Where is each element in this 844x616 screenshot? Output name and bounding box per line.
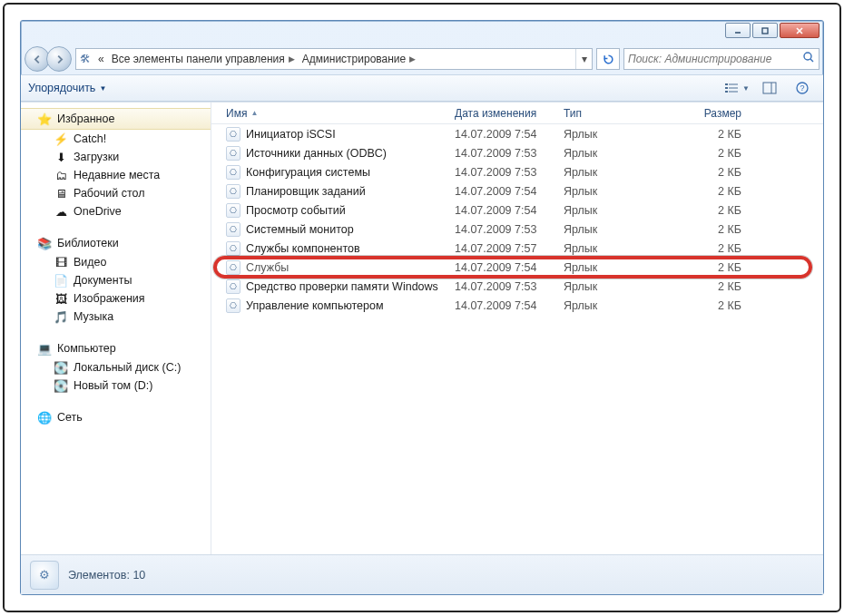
computer-icon: 💻: [37, 341, 52, 356]
sidebar-item-label: Изображения: [74, 292, 145, 305]
shortcut-icon: ⎔: [226, 298, 240, 313]
shortcut-icon: ⎔: [226, 203, 240, 218]
file-type: Ярлык: [558, 147, 665, 160]
nav-forward-button[interactable]: [46, 46, 72, 72]
organize-label: Упорядочить: [28, 82, 95, 94]
column-header-date[interactable]: Дата изменения: [449, 107, 558, 120]
file-size: 2 КБ: [665, 242, 747, 255]
svg-rect-6: [725, 83, 728, 85]
preview-pane-button[interactable]: [756, 78, 783, 98]
file-date: 14.07.2009 7:53: [449, 223, 558, 236]
file-date: 14.07.2009 7:54: [449, 261, 558, 274]
item-icon: 🎵: [54, 309, 68, 324]
sidebar-computer-header[interactable]: 💻Компьютер: [21, 338, 211, 358]
search-input[interactable]: [628, 53, 802, 65]
sidebar-network-header[interactable]: 🌐Сеть: [21, 407, 211, 427]
sidebar-item-label: Новый том (D:): [74, 379, 153, 392]
file-date: 14.07.2009 7:57: [449, 242, 558, 255]
file-type: Ярлык: [558, 299, 665, 312]
file-row[interactable]: ⎔Системный монитор14.07.2009 7:53Ярлык2 …: [211, 220, 823, 239]
item-icon: 🎞: [54, 255, 68, 269]
file-name: Службы компонентов: [246, 242, 360, 255]
help-button[interactable]: ?: [789, 78, 816, 98]
sort-ascending-icon: ▲: [250, 109, 258, 117]
column-header-name[interactable]: Имя▲: [221, 107, 449, 120]
network-icon: 🌐: [37, 410, 52, 425]
sidebar-item-computer-1[interactable]: 💽Новый том (D:): [21, 376, 211, 395]
close-button[interactable]: [780, 23, 819, 38]
file-type: Ярлык: [558, 204, 665, 217]
star-icon: ⭐: [37, 112, 52, 126]
sidebar-item-favorites-0[interactable]: ⚡Catch!: [21, 130, 211, 148]
file-name: Просмотр событий: [246, 204, 346, 217]
file-row[interactable]: ⎔Просмотр событий14.07.2009 7:54Ярлык2 К…: [211, 200, 823, 220]
file-date: 14.07.2009 7:53: [449, 280, 558, 293]
breadcrumb-part-2[interactable]: Администрирование▶: [299, 49, 419, 69]
sidebar-item-favorites-3[interactable]: 🖥Рабочий стол: [21, 184, 211, 202]
svg-rect-12: [763, 83, 776, 93]
file-row[interactable]: ⎔Планировщик заданий14.07.2009 7:54Ярлык…: [211, 181, 823, 200]
svg-rect-9: [729, 87, 738, 89]
file-size: 2 КБ: [665, 261, 747, 274]
file-row[interactable]: ⎔Управление компьютером14.07.2009 7:54Яр…: [211, 296, 823, 315]
file-size: 2 КБ: [665, 166, 747, 179]
file-date: 14.07.2009 7:54: [449, 204, 558, 217]
file-size: 2 КБ: [665, 204, 747, 217]
file-type: Ярлык: [558, 223, 665, 236]
nav-bar: 🛠 « Все элементы панели управления▶ Адми…: [21, 44, 823, 74]
address-bar[interactable]: 🛠 « Все элементы панели управления▶ Адми…: [75, 48, 593, 70]
file-date: 14.07.2009 7:54: [449, 128, 558, 141]
item-icon: ☁: [54, 204, 68, 219]
file-row[interactable]: ⎔Инициатор iSCSI14.07.2009 7:54Ярлык2 КБ: [211, 124, 823, 143]
shortcut-icon: ⎔: [226, 279, 240, 294]
sidebar-favorites-header[interactable]: ⭐Избранное: [21, 108, 211, 130]
chevron-right-icon: ▶: [409, 54, 416, 64]
file-row[interactable]: ⎔Источники данных (ODBC)14.07.2009 7:53Я…: [211, 143, 823, 162]
address-dropdown-button[interactable]: ▾: [575, 49, 592, 69]
refresh-button[interactable]: [596, 48, 620, 70]
sidebar-item-computer-0[interactable]: 💽Локальный диск (C:): [21, 358, 211, 376]
sidebar-item-favorites-1[interactable]: ⬇Загрузки: [21, 148, 211, 166]
search-box[interactable]: [623, 48, 819, 70]
column-header-type[interactable]: Тип: [558, 107, 665, 120]
sidebar-item-favorites-2[interactable]: 🗂Недавние места: [21, 166, 211, 184]
svg-rect-8: [725, 87, 728, 89]
sidebar-item-label: Локальный диск (C:): [74, 361, 181, 374]
file-size: 2 КБ: [665, 299, 747, 312]
organize-menu[interactable]: Упорядочить ▼: [28, 82, 106, 94]
maximize-button[interactable]: [752, 23, 778, 38]
svg-rect-7: [729, 83, 738, 85]
sidebar-item-libraries-0[interactable]: 🎞Видео: [21, 253, 211, 271]
svg-rect-11: [729, 91, 738, 93]
sidebar-item-favorites-4[interactable]: ☁OneDrive: [21, 202, 211, 220]
shortcut-icon: ⎔: [226, 260, 240, 275]
sidebar-item-libraries-2[interactable]: 🖼Изображения: [21, 289, 211, 308]
file-size: 2 КБ: [665, 128, 747, 141]
minimize-button[interactable]: [725, 23, 751, 38]
file-date: 14.07.2009 7:54: [449, 299, 558, 312]
file-row[interactable]: ⎔Службы14.07.2009 7:54Ярлык2 КБ: [211, 258, 823, 277]
breadcrumb-part-1[interactable]: Все элементы панели управления▶: [108, 49, 299, 69]
chevron-down-icon: ▼: [99, 84, 106, 93]
shortcut-icon: ⎔: [226, 241, 240, 256]
sidebar-item-libraries-1[interactable]: 📄Документы: [21, 271, 211, 289]
file-size: 2 КБ: [665, 223, 747, 236]
file-row[interactable]: ⎔Службы компонентов14.07.2009 7:57Ярлык2…: [211, 239, 823, 258]
file-row[interactable]: ⎔Конфигурация системы14.07.2009 7:53Ярлы…: [211, 162, 823, 181]
file-name: Службы: [246, 261, 289, 274]
status-icon: ⚙: [30, 561, 59, 590]
column-header-size[interactable]: Размер: [665, 107, 747, 120]
sidebar-item-libraries-3[interactable]: 🎵Музыка: [21, 308, 211, 326]
file-name: Средство проверки памяти Windows: [246, 280, 438, 293]
breadcrumb-prefix[interactable]: «: [94, 49, 108, 69]
file-type: Ярлык: [558, 261, 665, 274]
item-icon: ⬇: [54, 150, 68, 164]
file-date: 14.07.2009 7:54: [449, 185, 558, 198]
sidebar-libraries-header[interactable]: 📚Библиотеки: [21, 233, 211, 253]
status-bar: ⚙ Элементов: 10: [21, 554, 823, 594]
file-row[interactable]: ⎔Средство проверки памяти Windows14.07.2…: [211, 277, 823, 296]
item-icon: 🖼: [54, 291, 68, 306]
shortcut-icon: ⎔: [226, 165, 240, 180]
file-name: Системный монитор: [246, 223, 354, 236]
view-options-button[interactable]: ▼: [723, 78, 751, 98]
